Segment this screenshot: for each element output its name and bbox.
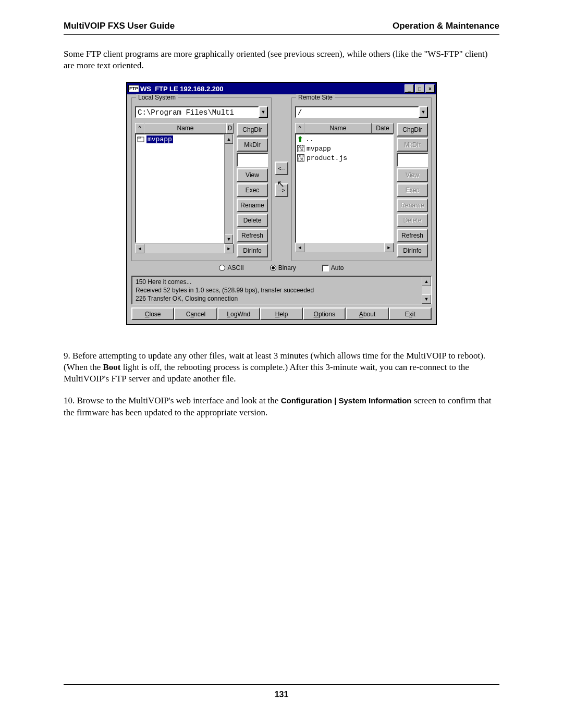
transfer-left-button[interactable]: <-- <box>275 162 288 175</box>
header-rule <box>64 34 499 35</box>
local-mask-input[interactable] <box>237 153 268 167</box>
scroll-left-icon[interactable]: ◄ <box>135 244 144 253</box>
scroll-right-icon[interactable]: ► <box>224 244 234 253</box>
binary-label: Binary <box>278 264 296 272</box>
logwnd-button[interactable]: LogWnd <box>217 307 260 320</box>
remote-exec-button[interactable]: Exec <box>397 183 428 197</box>
local-exec-button[interactable]: Exec <box>237 183 268 197</box>
scroll-down-icon[interactable]: ▼ <box>225 235 233 244</box>
page-number: 131 <box>31 690 532 699</box>
list-item[interactable]: mvpapp <box>136 134 224 144</box>
transfer-buttons: <-- --> ↖ <box>274 97 289 261</box>
remote-dirinfo-button[interactable]: DirInfo <box>397 244 428 257</box>
binary-radio[interactable]: Binary <box>270 264 296 272</box>
up-arrow-icon: ⬆ <box>297 135 303 143</box>
ws-ftp-window: FTP WS_FTP LE 192.168.2.200 _ □ × Local … <box>126 82 437 325</box>
file-name: .. <box>305 135 314 143</box>
folder-icon <box>137 135 144 143</box>
remote-sort-col[interactable]: ^ <box>295 123 304 133</box>
remote-refresh-button[interactable]: Refresh <box>397 229 428 242</box>
local-path-input[interactable]: C:\Program Files\Multi <box>135 106 259 118</box>
local-refresh-button[interactable]: Refresh <box>237 229 268 242</box>
local-chgdir-button[interactable]: ChgDir <box>237 123 268 137</box>
file-name: mvpapp <box>307 145 331 153</box>
auto-checkbox[interactable]: Auto <box>322 264 344 272</box>
ftp-icon: FTP <box>128 85 139 92</box>
maximize-button[interactable]: □ <box>415 84 424 93</box>
scroll-up-icon[interactable]: ▲ <box>422 277 431 286</box>
close-button[interactable]: × <box>425 84 435 93</box>
remote-rename-button[interactable]: Rename <box>397 199 428 212</box>
file-name: product.js <box>307 154 347 162</box>
header-left: MultiVOIP FXS User Guide <box>64 21 175 31</box>
help-button[interactable]: Help <box>260 307 303 320</box>
local-delete-button[interactable]: Delete <box>237 214 268 227</box>
radio-icon <box>219 265 225 271</box>
list-item[interactable]: 010101 mvpapp <box>296 144 393 153</box>
bottom-button-row: Close Cancel LogWnd Help Options About E… <box>131 307 432 320</box>
local-path-dropdown[interactable]: ▼ <box>259 106 268 118</box>
close-button[interactable]: Close <box>131 307 174 320</box>
remote-mkdir-button[interactable]: MkDir <box>397 138 428 152</box>
list-item[interactable]: ⬆ .. <box>296 134 393 144</box>
footer-rule <box>64 684 499 685</box>
log-line: 150 Here it comes... <box>136 278 419 286</box>
local-dirinfo-button[interactable]: DirInfo <box>237 244 268 257</box>
remote-name-col[interactable]: Name <box>304 123 372 133</box>
local-hscroll[interactable]: ◄ ► <box>135 244 234 253</box>
list-item[interactable]: 010101 product.js <box>296 153 393 163</box>
remote-date-col[interactable]: Date <box>372 123 394 133</box>
local-date-col-trunc[interactable]: D <box>226 123 234 133</box>
log-area: 150 Here it comes... Received 52 bytes i… <box>131 276 432 304</box>
paragraph-9: 9. Before attempting to update any other… <box>64 350 499 385</box>
file-name: mvpapp <box>146 135 173 143</box>
remote-mask-input[interactable] <box>397 153 428 167</box>
remote-site-label: Remote Site <box>296 94 335 101</box>
checkbox-icon <box>322 265 329 272</box>
header-right: Operation & Maintenance <box>393 21 499 31</box>
local-mkdir-button[interactable]: MkDir <box>237 138 268 152</box>
local-name-col[interactable]: Name <box>144 123 226 133</box>
remote-file-list[interactable]: ⬆ .. 010101 mvpapp 010101 <box>295 133 394 243</box>
remote-view-button[interactable]: View <box>397 168 428 182</box>
binary-file-icon: 010101 <box>297 145 304 152</box>
scroll-down-icon[interactable]: ▼ <box>422 294 431 304</box>
local-system-panel: Local System C:\Program Files\Multi ▼ ^ … <box>131 97 272 261</box>
svg-rect-1 <box>138 137 141 138</box>
transfer-right-button[interactable]: --> <box>275 183 288 197</box>
local-system-label: Local System <box>136 94 178 101</box>
local-rename-button[interactable]: Rename <box>237 199 268 212</box>
radio-icon <box>270 265 276 271</box>
scroll-left-icon[interactable]: ◄ <box>295 243 304 252</box>
local-view-button[interactable]: View <box>237 168 268 182</box>
titlebar[interactable]: FTP WS_FTP LE 192.168.2.200 _ □ × <box>127 83 436 94</box>
remote-chgdir-button[interactable]: ChgDir <box>397 123 428 137</box>
log-scrollbar[interactable]: ▲ ▼ <box>422 277 431 304</box>
auto-label: Auto <box>331 264 344 272</box>
binary-file-icon: 010101 <box>297 154 304 162</box>
about-button[interactable]: About <box>346 307 388 320</box>
remote-path-input[interactable]: / <box>295 106 419 118</box>
options-button[interactable]: Options <box>303 307 346 320</box>
remote-path-dropdown[interactable]: ▼ <box>419 106 428 118</box>
paragraph-10: 10. Browse to the MultiVOIP's web interf… <box>64 395 499 418</box>
exit-button[interactable]: Exit <box>389 307 432 320</box>
ascii-radio[interactable]: ASCII <box>219 264 243 272</box>
window-title: WS_FTP LE 192.168.2.200 <box>140 85 405 93</box>
local-vscroll[interactable]: ▲ ▼ <box>224 133 234 244</box>
scroll-right-icon[interactable]: ► <box>384 243 394 252</box>
remote-delete-button[interactable]: Delete <box>397 214 428 227</box>
local-sort-col[interactable]: ^ <box>135 123 144 133</box>
cancel-button[interactable]: Cancel <box>174 307 217 320</box>
ascii-label: ASCII <box>227 264 243 272</box>
scroll-up-icon[interactable]: ▲ <box>225 134 233 144</box>
intro-paragraph: Some FTP client programs are more graphi… <box>64 48 499 71</box>
local-file-list[interactable]: mvpapp <box>135 133 224 243</box>
log-line: 226 Transfer OK, Closing connection <box>136 294 419 303</box>
remote-site-panel: Remote Site / ▼ ^ Name Date <box>291 97 432 261</box>
log-line: Received 52 bytes in 1.0 secs, (528.99 b… <box>136 286 419 294</box>
remote-hscroll[interactable]: ◄ ► <box>295 243 394 252</box>
minimize-button[interactable]: _ <box>405 84 414 93</box>
transfer-mode-row: ASCII Binary Auto <box>131 261 432 276</box>
